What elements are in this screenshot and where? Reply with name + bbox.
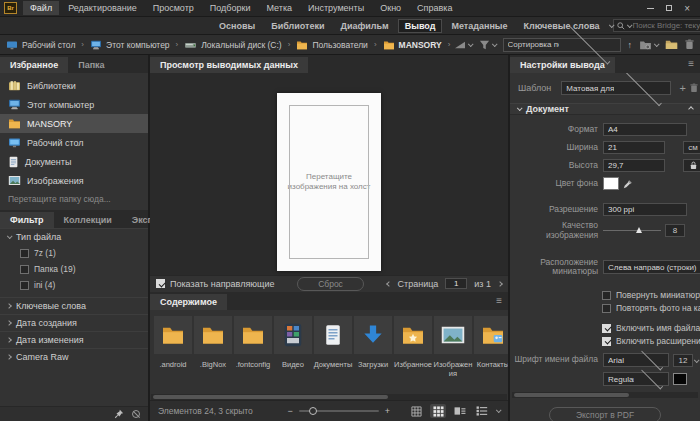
font-family-dropdown[interactable]: Arial bbox=[603, 353, 669, 367]
favorites-item-pictures[interactable]: Изображения bbox=[0, 171, 148, 190]
menu-tools[interactable]: Инструменты bbox=[301, 1, 371, 15]
filter-group-keywords[interactable]: Ключевые слова bbox=[0, 297, 148, 314]
output-panel-menu-icon[interactable]: ≡ bbox=[688, 59, 694, 69]
workspace-tab-filmstrip[interactable]: Диафильм bbox=[333, 19, 395, 33]
filter-group-date-created[interactable]: Дата создания bbox=[0, 314, 148, 331]
clear-filter-icon[interactable] bbox=[132, 410, 140, 418]
filter-group-camera-raw[interactable]: Camera Raw bbox=[0, 348, 148, 365]
checkbox-icon[interactable] bbox=[20, 281, 29, 290]
units-dropdown[interactable]: см bbox=[683, 141, 700, 154]
content-item[interactable]: Избранное bbox=[394, 316, 432, 369]
breadcrumb-item[interactable]: Этот компьютер bbox=[106, 40, 170, 50]
checkbox-icon[interactable] bbox=[602, 304, 611, 313]
menu-file[interactable]: Файл bbox=[23, 1, 59, 15]
content-item[interactable]: Документы bbox=[314, 316, 352, 369]
zoom-in-icon[interactable]: + bbox=[385, 406, 390, 416]
workspace-tab-output[interactable]: Вывод bbox=[398, 19, 443, 33]
tab-output-settings[interactable]: Настройки вывода bbox=[510, 57, 615, 73]
height-field[interactable] bbox=[603, 159, 665, 172]
menu-edit[interactable]: Редактирование bbox=[61, 1, 144, 15]
breadcrumb-item[interactable]: Локальный диск (C:) bbox=[201, 40, 281, 50]
menu-label[interactable]: Метка bbox=[259, 1, 299, 15]
filter-option-ini[interactable]: ini (4) bbox=[0, 277, 148, 293]
tab-favorites[interactable]: Избранное bbox=[0, 57, 68, 73]
menu-view[interactable]: Просмотр bbox=[146, 1, 201, 15]
workspace-tab-libraries[interactable]: Библиотеки bbox=[264, 19, 331, 33]
list-view-icon[interactable] bbox=[474, 404, 490, 418]
minimize-icon[interactable] bbox=[647, 8, 654, 9]
show-guides-control[interactable]: Показать направляющие bbox=[156, 279, 275, 289]
import-from-device-button[interactable] bbox=[639, 40, 658, 50]
tab-content[interactable]: Содержимое bbox=[150, 294, 227, 310]
next-page-icon[interactable] bbox=[497, 281, 503, 287]
format-field[interactable] bbox=[603, 123, 687, 136]
filter-option-folder[interactable]: Папка (19) bbox=[0, 261, 148, 277]
font-color-swatch[interactable] bbox=[673, 373, 687, 385]
scrollbar-thumb[interactable] bbox=[514, 393, 629, 397]
close-icon[interactable]: × bbox=[684, 5, 690, 12]
page-number-input[interactable] bbox=[445, 278, 467, 289]
pin-icon[interactable] bbox=[114, 409, 124, 419]
thumbnail-layout-dropdown[interactable]: Слева направо (строки) bbox=[603, 260, 700, 274]
scrollbar-thumb[interactable] bbox=[153, 395, 388, 399]
background-color-swatch[interactable] bbox=[603, 177, 619, 190]
content-item[interactable]: Загрузки bbox=[354, 316, 392, 369]
content-item[interactable]: .fontconfig bbox=[234, 316, 272, 369]
lock-aspect-button[interactable] bbox=[683, 159, 700, 172]
filter-group-date-modified[interactable]: Дата изменения bbox=[0, 331, 148, 348]
quality-value-box[interactable]: 8 bbox=[665, 224, 685, 237]
search-scope-chevron-icon[interactable] bbox=[626, 22, 632, 28]
output-horizontal-scrollbar[interactable] bbox=[512, 392, 698, 398]
content-horizontal-scrollbar[interactable] bbox=[151, 394, 507, 400]
tab-filter[interactable]: Фильтр bbox=[0, 212, 54, 228]
breadcrumb-item[interactable]: Пользователи bbox=[312, 40, 367, 50]
filter-group-file-type[interactable]: Тип файла bbox=[0, 228, 148, 245]
show-guides-checkbox[interactable] bbox=[156, 279, 165, 288]
eyedropper-icon[interactable] bbox=[623, 179, 633, 189]
menu-stacks[interactable]: Подборки bbox=[203, 1, 258, 15]
content-item[interactable]: Контакты bbox=[474, 316, 508, 369]
rotate-thumbnail-option[interactable]: Повернуть миниатюру до н bbox=[602, 290, 700, 300]
maximize-icon[interactable] bbox=[666, 5, 672, 11]
checkbox-icon[interactable] bbox=[20, 265, 29, 274]
filter-option-7z[interactable]: 7z (1) bbox=[0, 245, 148, 261]
tab-collections[interactable]: Коллекции bbox=[54, 212, 122, 228]
zoom-out-icon[interactable]: − bbox=[287, 406, 292, 416]
breadcrumb-item[interactable]: Рабочий стол bbox=[22, 40, 75, 50]
thumbnail-size-slider[interactable] bbox=[299, 410, 379, 412]
trash-icon[interactable] bbox=[685, 39, 694, 50]
checkbox-icon[interactable] bbox=[602, 324, 611, 333]
content-item[interactable]: .BigNox bbox=[194, 316, 232, 369]
previous-page-icon[interactable] bbox=[386, 281, 392, 287]
grid-lock-view-icon[interactable] bbox=[408, 404, 424, 418]
slider-thumb[interactable] bbox=[636, 227, 642, 233]
quality-slider[interactable] bbox=[603, 230, 661, 231]
workspace-tab-keywords[interactable]: Ключевые слова bbox=[517, 19, 607, 33]
include-filename-option[interactable]: Включить имя файла bbox=[602, 323, 700, 333]
favorites-item-desktop[interactable]: Рабочий стол bbox=[0, 133, 148, 152]
font-size-box[interactable]: 12 bbox=[673, 354, 693, 367]
tab-folders[interactable]: Папка bbox=[68, 57, 114, 73]
filter-button[interactable] bbox=[479, 40, 496, 50]
width-field[interactable] bbox=[603, 141, 665, 154]
template-dropdown[interactable]: Матовая для худ. печати bbox=[561, 81, 671, 95]
sort-ascending-button[interactable]: ↑ bbox=[628, 40, 633, 50]
include-extension-option[interactable]: Включить расширение фай bbox=[602, 336, 700, 346]
search-input[interactable] bbox=[633, 21, 700, 30]
resolution-field[interactable] bbox=[603, 203, 687, 216]
favorites-item-documents[interactable]: Документы bbox=[0, 152, 148, 171]
add-template-icon[interactable]: + bbox=[679, 83, 685, 93]
content-item[interactable]: Видео bbox=[274, 316, 312, 369]
output-preview-canvas[interactable]: Перетащите изображения на холст bbox=[150, 73, 508, 275]
bridge-app-icon[interactable]: Br bbox=[4, 2, 17, 14]
scroll-up-icon[interactable] bbox=[688, 106, 694, 112]
document-section-header[interactable]: Документ bbox=[510, 103, 700, 115]
workspace-tab-essentials[interactable]: Основы bbox=[212, 19, 262, 33]
favorites-item-this-pc[interactable]: Этот компьютер bbox=[0, 95, 148, 114]
view-options-chevron-icon[interactable] bbox=[496, 407, 502, 413]
checkbox-icon[interactable] bbox=[602, 337, 611, 346]
content-item[interactable]: Изображения bbox=[434, 316, 472, 378]
menu-window[interactable]: Окно bbox=[373, 1, 408, 15]
slider-thumb[interactable] bbox=[309, 407, 317, 415]
favorites-item-libraries[interactable]: Библиотеки bbox=[0, 76, 148, 95]
